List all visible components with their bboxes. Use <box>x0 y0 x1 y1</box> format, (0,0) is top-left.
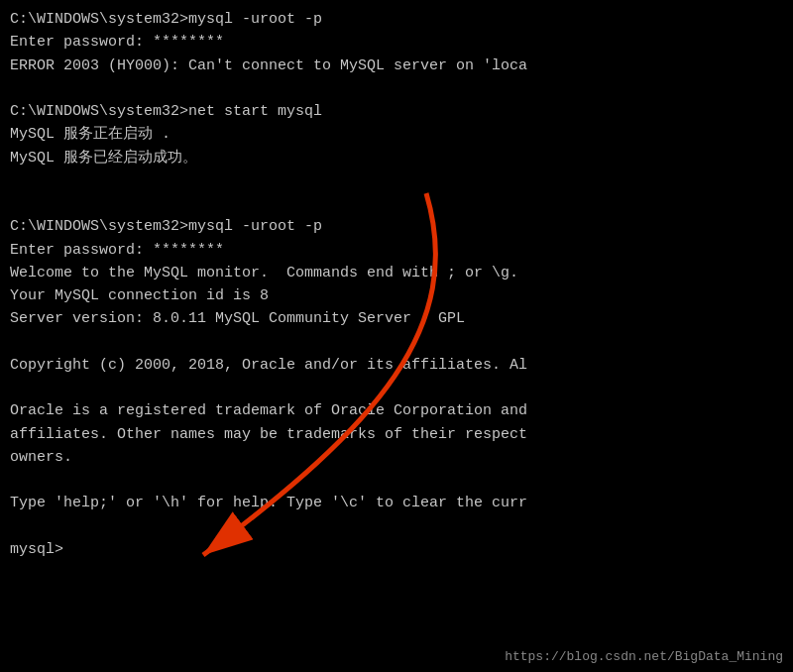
terminal-line <box>10 192 783 215</box>
terminal-line: Enter password: ******** <box>10 239 783 262</box>
terminal-line <box>10 331 783 354</box>
terminal-line: Type 'help;' or '\h' for help. Type '\c'… <box>10 492 783 514</box>
terminal-line <box>10 515 783 538</box>
terminal-line: MySQL 服务已经启动成功。 <box>10 147 783 169</box>
terminal-line: C:\WINDOWS\system32>mysql -uroot -p <box>10 215 783 238</box>
terminal-line: Your MySQL connection id is 8 <box>10 284 783 307</box>
terminal-window: C:\WINDOWS\system32>mysql -uroot -pEnter… <box>0 0 793 672</box>
terminal-line <box>10 77 783 100</box>
terminal-output: C:\WINDOWS\system32>mysql -uroot -pEnter… <box>10 8 783 561</box>
terminal-line: C:\WINDOWS\system32>mysql -uroot -p <box>10 8 783 31</box>
terminal-line: Enter password: ******** <box>10 31 783 54</box>
terminal-line: owners. <box>10 446 783 469</box>
terminal-line: affiliates. Other names may be trademark… <box>10 423 783 446</box>
terminal-line <box>10 169 783 192</box>
terminal-line: C:\WINDOWS\system32>net start mysql <box>10 100 783 123</box>
terminal-line: Server version: 8.0.11 MySQL Community S… <box>10 307 783 330</box>
watermark-text: https://blog.csdn.net/BigData_Mining <box>505 649 783 664</box>
terminal-line <box>10 377 783 399</box>
terminal-line: Copyright (c) 2000, 2018, Oracle and/or … <box>10 354 783 377</box>
terminal-line: Welcome to the MySQL monitor. Commands e… <box>10 262 783 284</box>
terminal-line: MySQL 服务正在启动 . <box>10 123 783 146</box>
terminal-line: Oracle is a registered trademark of Orac… <box>10 399 783 422</box>
terminal-line: mysql> <box>10 538 783 561</box>
terminal-line <box>10 469 783 492</box>
terminal-line: ERROR 2003 (HY000): Can't connect to MyS… <box>10 55 783 77</box>
